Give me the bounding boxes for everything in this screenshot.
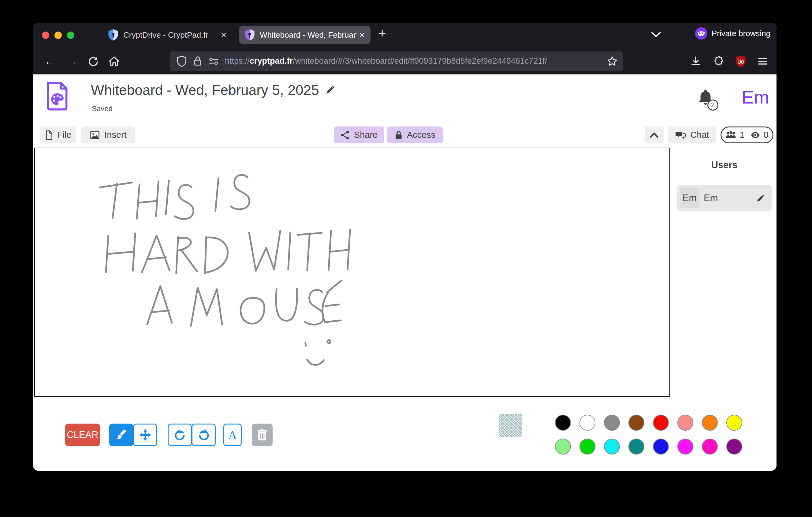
lock-icon[interactable]	[193, 55, 202, 67]
file-icon	[45, 130, 53, 140]
app-toolbar: File Insert Share Access Chat 1 0	[33, 127, 777, 145]
notification-count-badge: 2	[707, 100, 718, 111]
color-swatch[interactable]	[604, 415, 620, 431]
chat-bubbles-icon	[675, 131, 686, 140]
chat-button[interactable]: Chat	[668, 127, 716, 143]
rename-pencil-icon[interactable]	[325, 85, 335, 95]
navigation-toolbar: ← → https://cryptpad.fr/whiteboard/#/3/w…	[33, 46, 777, 75]
forward-button[interactable]: →	[65, 55, 79, 68]
color-swatch[interactable]	[677, 439, 693, 455]
brush-icon	[115, 429, 128, 441]
color-swatch[interactable]	[629, 415, 644, 431]
lock-icon	[395, 131, 403, 140]
move-arrows-icon	[139, 429, 151, 441]
tab-title: CryptDrive - CryptPad.fr	[123, 30, 208, 40]
tab-title: Whiteboard - Wed, February 5, 2025	[260, 30, 356, 40]
url-bar[interactable]: https://cryptpad.fr/whiteboard/#/3/white…	[170, 51, 623, 71]
whiteboard-drawing	[35, 148, 669, 396]
move-tool-button[interactable]	[133, 424, 157, 446]
zoom-window-button[interactable]	[67, 31, 74, 39]
color-swatch[interactable]	[677, 415, 693, 431]
chevron-up-icon	[649, 132, 659, 138]
file-menu-button[interactable]: File	[40, 127, 76, 143]
user-list-item: Em Em	[677, 185, 772, 211]
drawing-toolbar: CLEAR A Width: 3px Opacity: 100%	[33, 397, 777, 471]
close-tab-icon[interactable]: ×	[356, 30, 368, 40]
svg-text:U0: U0	[737, 59, 744, 64]
reload-button[interactable]	[87, 55, 99, 67]
permissions-icon[interactable]	[208, 57, 219, 66]
back-button[interactable]: ←	[43, 55, 57, 68]
home-button[interactable]	[108, 55, 120, 67]
close-window-button[interactable]	[42, 31, 49, 39]
new-tab-button[interactable]: +	[378, 26, 386, 41]
undo-icon	[174, 429, 186, 441]
notifications-bell[interactable]: 2	[697, 88, 719, 112]
color-swatch[interactable]	[629, 439, 644, 455]
tab-bar: CryptDrive - CryptPad.fr × Whiteboard - …	[33, 23, 777, 46]
users-panel-title: Users	[677, 160, 772, 171]
private-browsing-badge: Private browsing	[695, 27, 771, 39]
color-swatch[interactable]	[702, 439, 718, 455]
color-palette-row-2	[555, 439, 742, 455]
account-menu[interactable]: Em	[742, 87, 769, 108]
eye-icon	[750, 131, 761, 139]
share-button[interactable]: Share	[334, 127, 384, 143]
tab-whiteboard[interactable]: Whiteboard - Wed, February 5, 2025 ×	[239, 26, 371, 44]
cryptpad-shield-icon	[108, 29, 118, 41]
close-tab-icon[interactable]: ×	[218, 30, 229, 40]
color-swatch[interactable]	[604, 439, 620, 455]
color-swatch[interactable]	[579, 415, 596, 431]
delete-tool-button[interactable]	[252, 424, 272, 446]
tab-cryptdrive[interactable]: CryptDrive - CryptPad.fr ×	[103, 26, 232, 44]
cryptpad-shield-icon	[244, 29, 255, 41]
redo-button[interactable]	[192, 424, 216, 446]
text-tool-button[interactable]: A	[223, 424, 242, 446]
brush-tool-button[interactable]	[109, 424, 134, 446]
redo-icon	[198, 429, 210, 441]
tracking-shield-icon[interactable]	[177, 55, 187, 67]
users-group-icon	[725, 131, 736, 139]
cryptpad-header: Whiteboard - Wed, February 5, 2025 Saved…	[33, 75, 777, 127]
color-swatch[interactable]	[653, 439, 669, 455]
color-swatch[interactable]	[653, 415, 669, 431]
url-domain: cryptpad.fr	[250, 56, 293, 65]
brush-preview-swatch	[499, 414, 522, 437]
ublock-origin-icon[interactable]: U0	[735, 55, 747, 68]
trash-icon	[257, 429, 268, 441]
collapse-toolbar-button[interactable]	[645, 127, 664, 143]
clear-button[interactable]: CLEAR	[65, 424, 100, 446]
share-nodes-icon	[341, 131, 350, 140]
color-swatch[interactable]	[726, 439, 742, 455]
whiteboard-document-icon	[46, 81, 69, 111]
editors-count: 1	[740, 130, 744, 140]
menu-hamburger-icon[interactable]	[757, 56, 768, 66]
color-swatch[interactable]	[726, 415, 742, 431]
url-text[interactable]: https://cryptpad.fr/whiteboard/#/3/white…	[225, 56, 602, 66]
user-avatar: Em	[680, 188, 699, 208]
minimize-window-button[interactable]	[55, 31, 62, 39]
list-all-tabs-chevron-icon[interactable]	[650, 30, 662, 38]
browser-window: CryptDrive - CryptPad.fr × Whiteboard - …	[33, 23, 777, 471]
extensions-puzzle-icon[interactable]	[712, 55, 725, 67]
save-status: Saved	[92, 104, 113, 113]
color-swatch[interactable]	[555, 439, 571, 455]
insert-menu-button[interactable]: Insert	[81, 127, 135, 143]
color-swatch[interactable]	[702, 415, 718, 431]
color-palette-row-1	[555, 415, 742, 431]
document-title[interactable]: Whiteboard - Wed, February 5, 2025	[91, 82, 319, 98]
user-name: Em	[704, 193, 718, 204]
window-controls	[42, 31, 74, 39]
color-swatch[interactable]	[555, 415, 571, 431]
bookmark-star-icon[interactable]	[607, 56, 618, 67]
image-icon	[90, 131, 100, 140]
undo-button[interactable]	[168, 424, 192, 446]
user-count-indicator[interactable]: 1 0	[721, 127, 774, 143]
color-swatch[interactable]	[579, 439, 596, 455]
access-button[interactable]: Access	[387, 127, 443, 143]
private-mask-icon	[695, 27, 707, 39]
nav-right-icons: U0	[690, 55, 768, 68]
edit-name-pencil-icon[interactable]	[756, 194, 765, 203]
whiteboard-canvas[interactable]: THIS IS HARD WITH A MOUSE	[34, 147, 670, 397]
downloads-icon[interactable]	[690, 55, 702, 67]
